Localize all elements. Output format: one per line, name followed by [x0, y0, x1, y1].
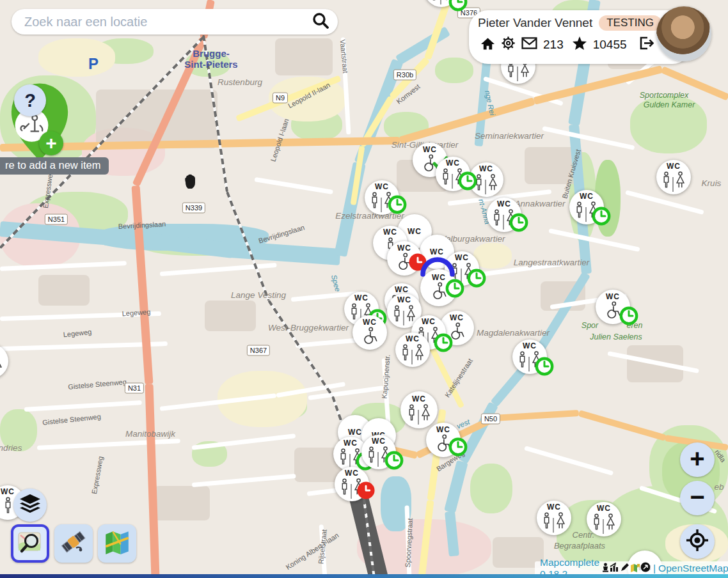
road-ref-badge: N367	[247, 345, 270, 356]
logout-icon[interactable]	[638, 36, 654, 53]
open-hours-badge	[592, 207, 611, 228]
map-area	[435, 58, 473, 83]
map-area	[0, 409, 37, 451]
wc-label: WC	[606, 293, 620, 301]
female-icon	[0, 355, 3, 376]
geolocate-button[interactable]	[680, 524, 715, 559]
divider	[377, 452, 379, 467]
map-marker-toilet[interactable]: WC	[569, 190, 604, 224]
wc-label: WC	[497, 200, 511, 208]
open-hours-badge	[388, 195, 407, 217]
map-area	[473, 243, 512, 269]
wc-label: WC	[423, 146, 437, 153]
satellite-icon	[59, 528, 88, 559]
zoom-out-button[interactable]: −	[680, 481, 715, 515]
star-count: 10455	[593, 38, 627, 52]
male-icon	[370, 191, 379, 212]
search-icon[interactable]	[311, 11, 330, 33]
female-icon	[488, 173, 498, 194]
map-marker-toilet[interactable]: WC	[487, 198, 521, 232]
map-label: Rustenburg	[218, 77, 262, 87]
map-area	[275, 38, 333, 75]
road-ref-badge: R30b	[393, 70, 416, 81]
male-icon	[441, 168, 450, 189]
divider	[403, 311, 404, 325]
map-area	[470, 464, 512, 513]
map-road	[578, 410, 667, 441]
open-hours-badge	[434, 333, 453, 355]
map-road	[254, 177, 333, 194]
map-marker-toilet[interactable]: WC	[335, 467, 369, 501]
map-area	[205, 301, 256, 331]
geolocation-icon	[686, 529, 709, 554]
map-marker-toilet[interactable]: WC	[436, 157, 470, 191]
map-area	[630, 96, 707, 153]
map-label: Annakwartier	[515, 199, 566, 208]
map-marker-toilet[interactable]: WC	[537, 501, 571, 535]
closed-hours-badge	[357, 481, 376, 503]
theme-icon	[630, 563, 640, 575]
home-icon[interactable]	[480, 36, 495, 53]
style-option-satellite[interactable]	[54, 524, 93, 563]
wc-label: WC	[363, 318, 377, 326]
wc-label: WC	[408, 228, 422, 235]
wc-label: WC	[455, 254, 469, 262]
settings-gear-icon[interactable]	[501, 36, 516, 53]
map-marker-toilet[interactable]: WC	[361, 435, 396, 469]
female-icon	[606, 513, 615, 534]
mascot-icon	[602, 563, 609, 575]
map-marker-toilet[interactable]: WC	[656, 160, 691, 194]
map-marker-toilet[interactable]: WC	[395, 332, 430, 367]
wc-label: WC	[375, 183, 389, 191]
map-road	[548, 228, 640, 252]
osm-badge-icon	[640, 562, 651, 575]
search-input[interactable]	[23, 14, 311, 30]
map-marker-toilet[interactable]: WC	[587, 502, 621, 536]
open-hours-badge	[458, 171, 477, 193]
male-icon	[367, 446, 376, 467]
female-icon	[556, 512, 566, 533]
map-marker-toilet[interactable]: WC	[424, 0, 459, 7]
divider	[351, 484, 352, 499]
wc-label: WC	[446, 159, 460, 167]
hand-cursor-icon	[182, 173, 197, 193]
map-marker-toilet[interactable]: WC	[596, 290, 630, 324]
add-item-button[interactable]: +	[39, 131, 63, 155]
male-icon	[575, 201, 583, 222]
wc-label: WC	[580, 192, 594, 200]
map-road	[132, 185, 154, 384]
open-hours-badge	[535, 357, 554, 379]
map-marker-toilet[interactable]: WC	[400, 391, 438, 428]
road-ref-badge: N339	[182, 203, 205, 214]
wc-label: WC	[450, 314, 464, 322]
user-avatar[interactable]	[656, 6, 711, 61]
divider	[418, 410, 419, 425]
zoom-in-button[interactable]: +	[680, 442, 715, 477]
map-marker-toilet[interactable]: WC	[426, 423, 461, 457]
divider	[440, 0, 441, 4]
map-marker-toilet[interactable]: WC	[512, 340, 547, 374]
message-count: 213	[543, 38, 564, 52]
map-marker-toilet[interactable]: WC	[365, 180, 399, 215]
attribution-separator: |	[653, 563, 656, 574]
map-label: Seminariekwartier	[475, 131, 544, 141]
mapcomplete-app: { "search": { "placeholder": "Zoek naar …	[0, 0, 728, 578]
wc-label: WC	[354, 294, 368, 302]
style-option-map[interactable]	[98, 524, 136, 563]
openstreetmap-link[interactable]: OpenStreetMap	[658, 563, 728, 574]
map-road	[444, 460, 468, 513]
wc-label: WC	[422, 318, 436, 325]
divider	[672, 177, 674, 192]
messages-icon[interactable]	[521, 37, 537, 52]
map-road	[661, 66, 728, 100]
user-name[interactable]: Pieter Vander Vennet	[478, 16, 592, 30]
male-icon	[493, 208, 501, 230]
help-button[interactable]: ?	[14, 84, 46, 116]
location-search-bar[interactable]	[12, 9, 338, 35]
style-option-osm-carto[interactable]	[11, 524, 49, 563]
map-label: Koning Albert I-laan	[284, 531, 340, 571]
map-label: West-Bruggekwartier	[268, 323, 349, 332]
male-icon	[662, 171, 670, 192]
map-marker-toilet[interactable]: WC	[352, 315, 387, 350]
layers-button[interactable]	[13, 488, 47, 522]
